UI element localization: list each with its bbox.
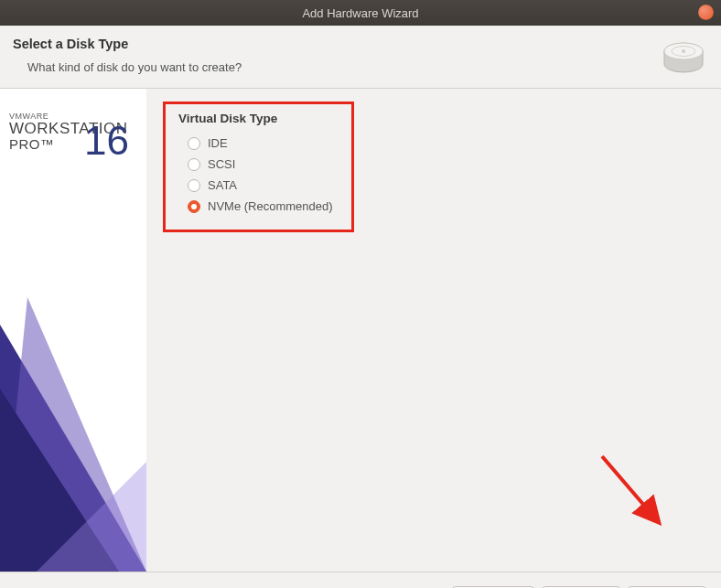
wizard-body: VMWARE WORKSTATION PRO™ 16 Virtual Disk … — [0, 89, 721, 572]
radio-label: NVMe (Recommended) — [208, 199, 333, 213]
radio-label: SCSI — [208, 157, 235, 171]
group-title: Virtual Disk Type — [178, 112, 333, 125]
svg-point-3 — [682, 49, 685, 53]
radio-icon — [188, 200, 200, 213]
window-title: Add Hardware Wizard — [302, 6, 418, 20]
titlebar: Add Hardware Wizard — [0, 0, 721, 26]
wizard-main: Virtual Disk Type IDE SCSI SATA NVMe (Re… — [146, 89, 721, 572]
radio-icon — [188, 137, 200, 150]
wizard-footer: Cancel Back Next — [0, 572, 721, 588]
virtual-disk-type-group: Virtual Disk Type IDE SCSI SATA NVMe (Re… — [163, 102, 354, 232]
radio-ide[interactable]: IDE — [178, 133, 333, 154]
radio-icon — [188, 158, 200, 171]
harddisk-icon — [662, 40, 705, 75]
wizard-header: Select a Disk Type What kind of disk do … — [0, 26, 721, 89]
radio-sata[interactable]: SATA — [178, 175, 333, 196]
radio-scsi[interactable]: SCSI — [178, 154, 333, 175]
close-icon[interactable] — [698, 5, 714, 20]
radio-label: SATA — [208, 178, 237, 192]
sidebar-branding: VMWARE WORKSTATION PRO™ 16 — [0, 89, 146, 572]
radio-label: IDE — [208, 136, 228, 150]
radio-icon — [188, 179, 200, 192]
sidebar-decor — [0, 242, 146, 572]
brand-version: 16 — [84, 120, 129, 162]
page-subtitle: What kind of disk do you want to create? — [13, 51, 662, 74]
radio-nvme[interactable]: NVMe (Recommended) — [178, 196, 333, 217]
page-title: Select a Disk Type — [13, 37, 662, 51]
